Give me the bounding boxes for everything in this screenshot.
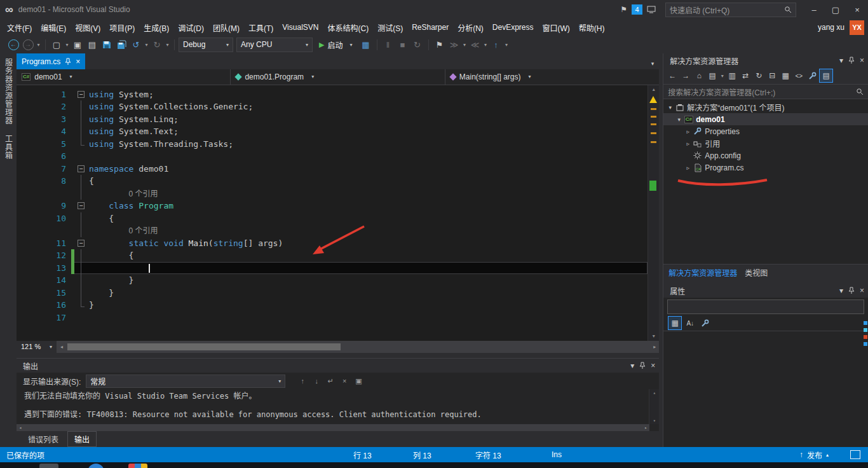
- code-row[interactable]: 13: [17, 262, 648, 275]
- file-health-warning-icon[interactable]: [649, 96, 657, 103]
- menu-item[interactable]: 项目(P): [105, 20, 139, 36]
- pin-icon[interactable]: [848, 287, 855, 294]
- switch-views-caret-icon[interactable]: ▾: [719, 73, 725, 79]
- redo-caret-icon[interactable]: ▾: [165, 42, 170, 48]
- editor-vertical-scrollbar[interactable]: ▴ ▾: [648, 85, 659, 341]
- code-row[interactable]: 17: [17, 312, 648, 324]
- line-number[interactable]: 7: [17, 163, 71, 176]
- add-item-icon[interactable]: ▣: [71, 38, 85, 52]
- window-position-caret-icon[interactable]: ▾: [839, 286, 843, 295]
- scroll-down-icon[interactable]: ▾: [649, 417, 659, 424]
- publish-button[interactable]: ↑ 发布 ▴: [799, 447, 829, 462]
- tab-solution-explorer[interactable]: 解决方案资源管理器: [668, 267, 737, 278]
- line-number[interactable]: 11: [17, 237, 71, 250]
- fold-collapse-icon[interactable]: [76, 237, 86, 250]
- feedback-monitor-icon[interactable]: [647, 6, 656, 13]
- output-panel-header[interactable]: 输出 ▾ ×: [17, 359, 659, 373]
- bookmark-icon[interactable]: ⚑: [433, 38, 447, 52]
- chevron-right-icon[interactable]: ▹: [684, 165, 692, 171]
- solution-explorer-header[interactable]: 解决方案资源管理器 ▾ ×: [663, 53, 868, 67]
- new-project-caret-icon[interactable]: ▾: [64, 42, 70, 48]
- redo-icon[interactable]: ↻: [150, 38, 164, 52]
- panel-splitter[interactable]: [17, 353, 659, 358]
- output-vertical-scrollbar[interactable]: ▴ ▾: [649, 389, 659, 424]
- pin-icon[interactable]: [848, 57, 855, 64]
- menu-item[interactable]: 编辑(E): [36, 20, 71, 36]
- output-text-area[interactable]: 我们无法自动填充你的 Visual Studio Team Services 帐…: [17, 389, 659, 431]
- code-row[interactable]: 12 {: [17, 249, 648, 262]
- line-number[interactable]: 10: [17, 212, 71, 225]
- fold-collapse-icon[interactable]: [76, 163, 86, 176]
- code-row[interactable]: 3using System.Linq;: [17, 113, 648, 126]
- start-debugging-button[interactable]: ▶ 启动 ▾: [313, 39, 358, 50]
- line-number[interactable]: 17: [17, 312, 71, 324]
- output-source-dropdown[interactable]: 常规 ▾: [86, 375, 285, 388]
- scroll-left-icon[interactable]: ◂: [57, 341, 66, 354]
- fold-collapse-icon[interactable]: [76, 200, 86, 212]
- close-panel-icon[interactable]: ×: [860, 286, 864, 295]
- tree-item[interactable]: ▹Properties: [663, 125, 868, 137]
- nav-project-dropdown[interactable]: C# demo01 ▾: [17, 69, 231, 85]
- preview-selected-items-toggle[interactable]: ▤: [819, 69, 833, 83]
- solution-platform-dropdown[interactable]: Any CPU ▾: [236, 38, 313, 52]
- menu-item[interactable]: 生成(B): [139, 20, 173, 36]
- line-number[interactable]: 5: [17, 138, 71, 151]
- scroll-right-icon[interactable]: ▸: [650, 341, 659, 354]
- menu-item[interactable]: VisualSVN: [278, 20, 323, 34]
- scroll-right-icon[interactable]: ▸: [642, 424, 649, 431]
- undo-caret-icon[interactable]: ▾: [144, 42, 149, 48]
- sync-with-active-document-icon[interactable]: ⇄: [739, 69, 752, 82]
- categorized-icon[interactable]: ▦: [668, 316, 682, 330]
- line-number[interactable]: 6: [17, 150, 71, 163]
- code-row[interactable]: 4using System.Text;: [17, 125, 648, 138]
- preview-changes-icon[interactable]: ▦: [359, 38, 373, 52]
- code-row[interactable]: 8{: [17, 175, 648, 188]
- code-row[interactable]: 10 {: [17, 212, 648, 225]
- code-row[interactable]: 1using System;: [17, 88, 648, 101]
- line-number[interactable]: [17, 188, 71, 200]
- menu-item[interactable]: 测试(S): [373, 20, 407, 36]
- solution-configuration-dropdown[interactable]: Debug ▾: [179, 38, 233, 52]
- tab-output[interactable]: 输出: [67, 431, 97, 447]
- solution-explorer-search[interactable]: 搜索解决方案资源管理器(Ctrl+;): [663, 84, 868, 99]
- refresh-icon[interactable]: ↻: [752, 69, 765, 82]
- tab-error-list[interactable]: 错误列表: [22, 432, 65, 446]
- window-position-caret-icon[interactable]: ▾: [839, 56, 843, 65]
- line-number[interactable]: 16: [17, 299, 71, 312]
- menu-item[interactable]: ReSharper: [407, 20, 453, 34]
- code-row[interactable]: 6: [17, 150, 648, 163]
- tree-item[interactable]: ▹C#Program.cs: [663, 162, 868, 174]
- code-row[interactable]: 11 static void Main(string[] args): [17, 237, 648, 250]
- nav-history-caret-icon[interactable]: ▾: [36, 42, 41, 48]
- chevron-down-icon[interactable]: ▾: [666, 104, 674, 111]
- menu-item[interactable]: 工具(T): [244, 20, 278, 36]
- status-feedback-icon[interactable]: [850, 450, 860, 459]
- line-number[interactable]: 12: [17, 249, 71, 262]
- properties-wrench-icon[interactable]: [806, 69, 818, 82]
- menu-item[interactable]: 调试(D): [173, 20, 208, 36]
- menu-item[interactable]: 团队(M): [208, 20, 244, 36]
- outdent-caret-icon[interactable]: ▾: [483, 42, 489, 48]
- scroll-up-icon[interactable]: ▴: [649, 389, 659, 396]
- indent-caret-icon[interactable]: ▾: [462, 42, 468, 48]
- notification-count-badge[interactable]: 4: [632, 4, 642, 15]
- navigate-up-icon[interactable]: ↑: [489, 38, 503, 52]
- tree-item[interactable]: ▾解决方案“demo01”(1 个项目): [663, 101, 868, 113]
- document-tab-programcs[interactable]: Program.cs ×: [17, 53, 85, 69]
- tree-item[interactable]: ▾C#demo01: [663, 113, 868, 125]
- nav-member-dropdown[interactable]: Main(string[] args) ▾: [445, 69, 659, 85]
- menu-item[interactable]: 文件(F): [3, 20, 36, 36]
- tree-item[interactable]: ▹引用: [663, 137, 868, 149]
- side-tool-tab[interactable]: 服务器资源管理器: [3, 59, 13, 125]
- chevron-down-icon[interactable]: ▾: [675, 116, 683, 123]
- save-all-icon[interactable]: [114, 38, 128, 52]
- properties-object-dropdown[interactable]: [667, 299, 864, 314]
- indent-icon[interactable]: ≫: [447, 38, 461, 52]
- line-number[interactable]: 8: [17, 175, 71, 188]
- collapse-all-icon[interactable]: ⊟: [766, 69, 778, 82]
- line-number[interactable]: 3: [17, 113, 71, 126]
- zoom-selector[interactable]: 121 % ▾: [17, 341, 57, 354]
- code-editor[interactable]: 1using System;2using System.Collections.…: [17, 85, 659, 341]
- back-icon[interactable]: ←: [666, 69, 679, 82]
- line-number[interactable]: 1: [17, 88, 71, 101]
